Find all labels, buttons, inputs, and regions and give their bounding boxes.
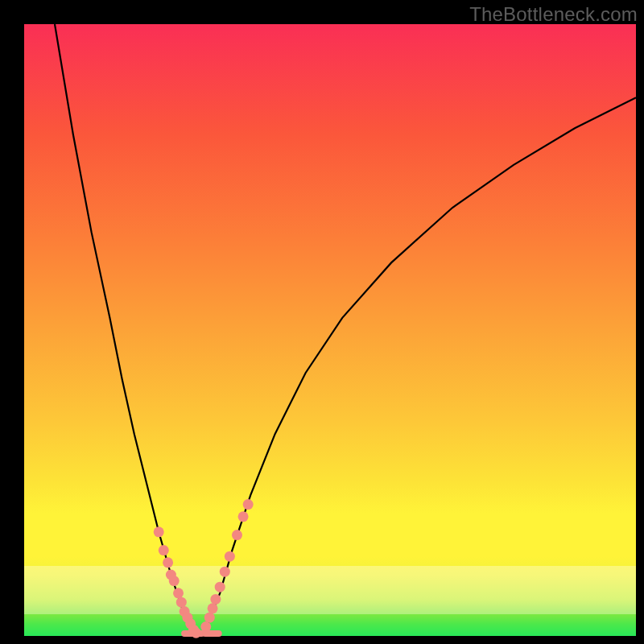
- data-point: [154, 526, 164, 537]
- data-point: [173, 588, 184, 598]
- right-curve: [201, 97, 636, 636]
- data-point: [225, 551, 235, 562]
- chart-svg: [24, 24, 636, 636]
- data-point: [208, 603, 218, 613]
- data-point: [176, 597, 187, 608]
- data-point: [232, 530, 242, 540]
- data-point: [243, 499, 254, 510]
- watermark-text: TheBottleneck.com: [469, 3, 638, 26]
- data-point: [215, 582, 225, 592]
- data-point: [210, 594, 221, 605]
- plot-area: [24, 24, 636, 636]
- data-point: [169, 576, 180, 586]
- data-point: [238, 511, 249, 522]
- data-point: [163, 557, 173, 568]
- left-curve: [55, 24, 201, 636]
- data-point: [159, 545, 169, 555]
- data-point: [220, 567, 230, 577]
- chart-frame: TheBottleneck.com: [0, 0, 644, 644]
- data-point: [204, 613, 215, 623]
